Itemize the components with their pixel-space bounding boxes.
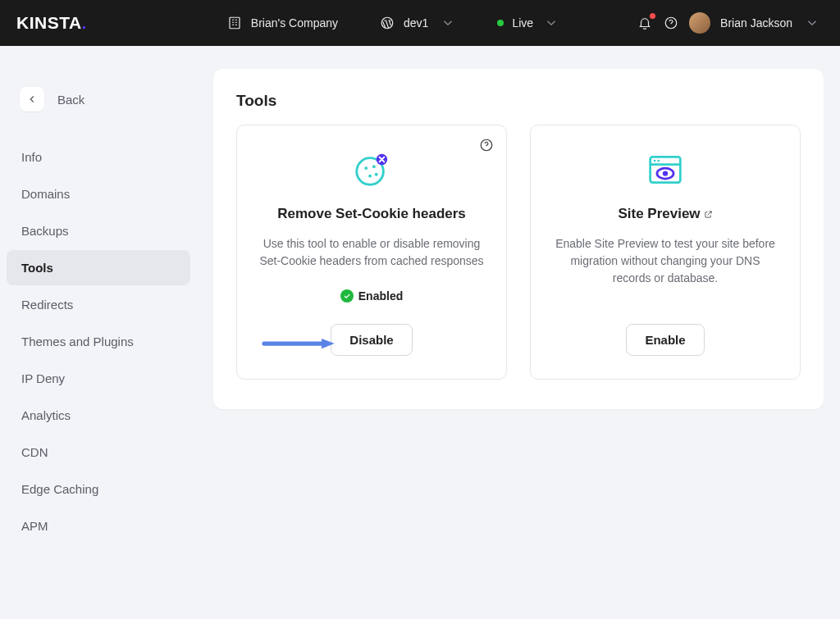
user-menu[interactable]: Brian Jackson [689, 12, 820, 34]
sidebar: Back Info Domains Backups Tools Redirect… [0, 46, 197, 619]
card-description: Enable Site Preview to test your site be… [552, 235, 778, 287]
environment-switcher[interactable]: Live [497, 15, 559, 31]
building-icon [226, 15, 243, 31]
status-dot-icon [497, 20, 504, 26]
avatar [689, 12, 710, 34]
sidebar-item-analytics[interactable]: Analytics [7, 398, 190, 433]
sidebar-item-cdn[interactable]: CDN [7, 435, 190, 470]
card-help-icon[interactable] [478, 137, 495, 153]
site-switcher[interactable]: dev1 [379, 15, 428, 31]
company-name: Brian's Company [251, 16, 338, 30]
user-name: Brian Jackson [720, 16, 792, 30]
back-label: Back [57, 93, 84, 107]
svg-point-7 [368, 175, 372, 178]
main-content: Tools [197, 46, 840, 619]
preview-icon [647, 150, 683, 189]
check-icon [340, 289, 354, 303]
cookie-icon [353, 150, 390, 189]
svg-point-14 [654, 160, 656, 162]
card-remove-set-cookie: Remove Set-Cookie headers Use this tool … [236, 125, 507, 380]
sidebar-item-redirects[interactable]: Redirects [7, 287, 190, 322]
chevron-down-icon [804, 15, 820, 31]
chevron-down-icon [543, 15, 559, 31]
help-button[interactable] [663, 15, 679, 31]
sidebar-item-info[interactable]: Info [7, 139, 190, 175]
arrow-left-icon [20, 87, 44, 112]
svg-point-8 [375, 173, 378, 176]
sidebar-item-edgecaching[interactable]: Edge Caching [7, 471, 190, 507]
svg-point-15 [657, 160, 660, 162]
sidebar-item-ipdeny[interactable]: IP Deny [7, 361, 190, 396]
external-link-icon [704, 210, 713, 219]
chevron-down-icon [440, 15, 456, 31]
svg-point-17 [663, 171, 668, 175]
enable-button[interactable]: Enable [626, 324, 704, 356]
company-switcher[interactable]: Brian's Company [226, 15, 338, 31]
sidebar-item-tools[interactable]: Tools [7, 250, 190, 285]
top-bar: KINSTA. Brian's Company dev1 Live [0, 0, 840, 46]
back-button[interactable]: Back [11, 82, 190, 116]
card-description: Use this tool to enable or disable remov… [258, 235, 485, 270]
annotation-arrow-icon [262, 338, 336, 349]
status-badge: Enabled [340, 289, 403, 303]
notifications-button[interactable] [637, 15, 653, 31]
disable-button[interactable]: Disable [331, 324, 412, 356]
brand-logo[interactable]: KINSTA. [16, 13, 87, 33]
tools-panel: Tools [213, 69, 824, 409]
sidebar-item-domains[interactable]: Domains [7, 176, 190, 212]
site-name: dev1 [404, 16, 428, 30]
notification-badge [650, 13, 655, 19]
sidebar-item-apm[interactable]: APM [7, 508, 190, 544]
status-label: Enabled [358, 289, 403, 303]
sidebar-item-backups[interactable]: Backups [7, 213, 190, 248]
sidebar-item-themes[interactable]: Themes and Plugins [7, 324, 190, 359]
svg-point-6 [372, 165, 376, 168]
card-site-preview: Site Preview Enable Site Preview to test… [530, 125, 801, 380]
wordpress-icon [379, 15, 395, 31]
svg-point-5 [364, 166, 368, 170]
svg-rect-0 [230, 17, 240, 29]
environment-label: Live [512, 16, 533, 30]
help-icon [663, 15, 679, 31]
page-title: Tools [236, 92, 801, 110]
card-title: Remove Set-Cookie headers [277, 206, 466, 222]
card-title: Site Preview [618, 206, 712, 222]
